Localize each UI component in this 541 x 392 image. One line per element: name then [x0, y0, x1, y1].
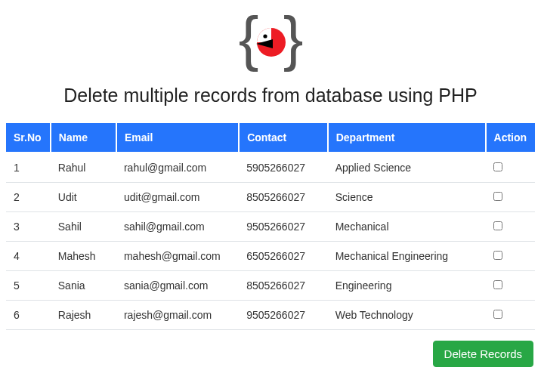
page-title: Delete multiple records from database us…: [6, 85, 535, 106]
cell-sr: 5: [6, 271, 51, 301]
row-select-checkbox[interactable]: [493, 221, 502, 230]
cell-email: mahesh@gmail.com: [116, 242, 239, 271]
svg-point-4: [263, 34, 267, 38]
cell-email: rahul@gmail.com: [116, 153, 239, 183]
th-action: Action: [486, 123, 535, 153]
cell-name: Rajesh: [51, 301, 116, 330]
row-select-checkbox[interactable]: [493, 162, 502, 171]
cell-contact: 6505266027: [239, 242, 328, 271]
table-row: 2Uditudit@gmail.com8505266027Science: [6, 183, 535, 212]
row-select-checkbox[interactable]: [493, 310, 502, 319]
table-row: 6Rajeshrajesh@gmail.com9505266027Web Tec…: [6, 301, 535, 330]
th-department: Department: [328, 123, 486, 153]
cell-email: rajesh@gmail.com: [116, 301, 239, 330]
cell-action: [486, 242, 535, 271]
cell-sr: 6: [6, 301, 51, 330]
actions-bar: Delete Records: [6, 341, 535, 367]
table-header-row: Sr.No Name Email Contact Department Acti…: [6, 123, 535, 153]
table-row: 1Rahulrahul@gmail.com5905266027Applied S…: [6, 153, 535, 183]
cell-contact: 5905266027: [239, 153, 328, 183]
cell-sr: 3: [6, 212, 51, 242]
th-contact: Contact: [239, 123, 328, 153]
th-sr: Sr.No: [6, 123, 51, 153]
cell-sr: 4: [6, 242, 51, 271]
row-select-checkbox[interactable]: [493, 251, 502, 260]
cell-action: [486, 153, 535, 183]
cell-action: [486, 212, 535, 242]
row-select-checkbox[interactable]: [493, 280, 502, 289]
cell-contact: 9505266027: [239, 212, 328, 242]
cell-department: Engineering: [328, 271, 486, 301]
cell-sr: 2: [6, 183, 51, 212]
th-name: Name: [51, 123, 116, 153]
delete-records-button[interactable]: Delete Records: [433, 341, 533, 367]
cell-action: [486, 271, 535, 301]
table-row: 4Maheshmahesh@gmail.com6505266027Mechani…: [6, 242, 535, 271]
cell-department: Applied Science: [328, 153, 486, 183]
svg-text:{: {: [238, 9, 258, 72]
records-table: Sr.No Name Email Contact Department Acti…: [6, 123, 535, 330]
cell-name: Sahil: [51, 212, 116, 242]
cell-department: Mechanical: [328, 212, 486, 242]
cell-email: udit@gmail.com: [116, 183, 239, 212]
cell-email: sania@gmail.com: [116, 271, 239, 301]
cell-department: Science: [328, 183, 486, 212]
cell-contact: 8505266027: [239, 183, 328, 212]
cell-sr: 1: [6, 153, 51, 183]
cell-name: Mahesh: [51, 242, 116, 271]
table-row: 5Saniasania@gmail.com8505266027Engineeri…: [6, 271, 535, 301]
logo-icon: { }: [235, 9, 307, 77]
cell-name: Sania: [51, 271, 116, 301]
svg-text:}: }: [283, 9, 303, 72]
cell-action: [486, 183, 535, 212]
cell-department: Web Technology: [328, 301, 486, 330]
cell-name: Udit: [51, 183, 116, 212]
logo: { }: [6, 9, 535, 77]
row-select-checkbox[interactable]: [493, 192, 502, 201]
cell-contact: 9505266027: [239, 301, 328, 330]
cell-action: [486, 301, 535, 330]
cell-email: sahil@gmail.com: [116, 212, 239, 242]
cell-department: Mechanical Engineering: [328, 242, 486, 271]
cell-contact: 8505266027: [239, 271, 328, 301]
cell-name: Rahul: [51, 153, 116, 183]
th-email: Email: [116, 123, 239, 153]
table-row: 3Sahilsahil@gmail.com9505266027Mechanica…: [6, 212, 535, 242]
